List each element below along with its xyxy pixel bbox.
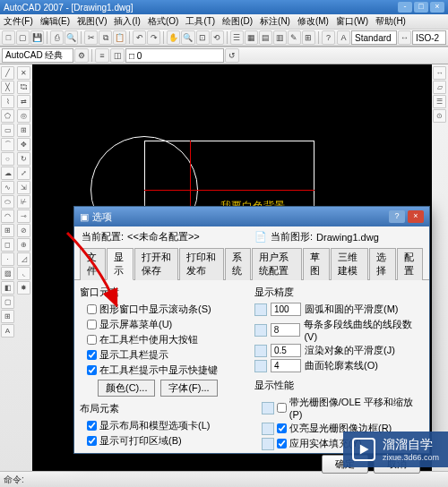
tab-open-save[interactable]: 打开和保存 (134, 248, 178, 280)
dialog-help-button[interactable]: ? (389, 210, 405, 223)
layer-prev-icon[interactable]: ↺ (225, 48, 239, 63)
menu-file[interactable]: 文件(F) (4, 15, 33, 28)
pline-segs-input[interactable]: 8 (271, 323, 301, 337)
chk-shortcuts-in-tips[interactable] (87, 365, 97, 375)
rotate-icon[interactable]: ↻ (17, 152, 30, 166)
fonts-button[interactable]: 字体(F)... (160, 380, 217, 397)
chk-printable-area[interactable] (87, 436, 97, 446)
menu-modify[interactable]: 修改(M) (297, 15, 329, 28)
menu-window[interactable]: 窗口(W) (336, 15, 368, 28)
chk-screenmenu[interactable] (87, 320, 97, 329)
colors-button[interactable]: 颜色(C)... (98, 380, 155, 397)
dialog-close-button[interactable]: × (408, 210, 424, 223)
list-icon[interactable]: ☰ (433, 95, 446, 108)
move-icon[interactable]: ✥ (17, 138, 30, 151)
tab-user-pref[interactable]: 用户系统配置 (252, 248, 302, 280)
arc-icon[interactable]: ⌒ (1, 138, 14, 151)
menu-insert[interactable]: 插入(I) (114, 15, 140, 28)
chamfer-icon[interactable]: ◿ (17, 252, 30, 266)
erase-icon[interactable]: ✕ (17, 66, 30, 80)
copy-icon[interactable]: ⧉ (99, 30, 112, 45)
spline-icon[interactable]: ∿ (1, 181, 14, 194)
menu-format[interactable]: 格式(O) (148, 15, 178, 28)
layer-props-icon[interactable]: ≡ (95, 48, 109, 63)
explode-icon[interactable]: ✸ (17, 281, 30, 295)
circle-icon[interactable]: ○ (1, 152, 14, 166)
menu-dim[interactable]: 标注(N) (260, 15, 290, 28)
menu-tools[interactable]: 工具(T) (185, 15, 215, 28)
preview-icon[interactable]: 🔍 (65, 30, 78, 45)
gear-icon[interactable]: ⚙ (74, 48, 89, 63)
menu-view[interactable]: 视图(V) (77, 15, 107, 28)
point-icon[interactable]: · (1, 252, 14, 266)
chk-raster-pan[interactable] (277, 403, 287, 413)
workspace-label[interactable]: AutoCAD 经典 (2, 48, 73, 63)
stretch-icon[interactable]: ⇲ (17, 181, 30, 194)
polygon-icon[interactable]: ⬠ (1, 109, 14, 123)
markup-icon[interactable]: ✎ (288, 30, 301, 45)
xline-icon[interactable]: ╳ (1, 81, 14, 94)
cut-icon[interactable]: ✂ (84, 30, 98, 45)
copy-obj-icon[interactable]: ⿻ (17, 81, 30, 94)
layer-states-icon[interactable]: ◫ (110, 48, 125, 63)
paste-icon[interactable]: 📋 (113, 30, 126, 45)
insert-icon[interactable]: ⊞ (1, 224, 14, 237)
menu-draw[interactable]: 绘图(D) (222, 15, 253, 28)
chk-raster-frame[interactable] (277, 423, 287, 433)
line-icon[interactable]: ╱ (1, 66, 14, 80)
minimize-button[interactable]: - (398, 2, 412, 13)
print-icon[interactable]: ⎙ (50, 30, 64, 45)
chk-tooltips[interactable] (87, 350, 97, 360)
pan-icon[interactable]: ✋ (167, 30, 180, 45)
ellipse-arc-icon[interactable]: ◠ (1, 209, 14, 223)
array-icon[interactable]: ⊞ (17, 124, 30, 137)
revcloud-icon[interactable]: ☁ (1, 167, 14, 180)
chk-solid-fill[interactable] (277, 439, 287, 449)
id-icon[interactable]: ⊙ (433, 109, 446, 123)
tab-draft[interactable]: 草图 (303, 248, 329, 280)
rect-icon[interactable]: ▭ (1, 124, 14, 137)
undo-icon[interactable]: ↶ (133, 30, 146, 45)
gradient-icon[interactable]: ◧ (1, 281, 14, 295)
chk-layout-tabs[interactable] (87, 421, 97, 431)
mirror-icon[interactable]: ⇄ (17, 95, 30, 108)
dist-icon[interactable]: ↔ (433, 66, 446, 80)
zoom-icon[interactable]: 🔍 (181, 30, 194, 45)
table-icon[interactable]: ⊞ (1, 310, 14, 323)
sheet-set-icon[interactable]: ▥ (273, 30, 287, 45)
tab-select[interactable]: 选择 (369, 248, 395, 280)
redo-icon[interactable]: ↷ (147, 30, 160, 45)
area-icon[interactable]: ▱ (433, 81, 446, 94)
zoom-window-icon[interactable]: ⊡ (196, 30, 210, 45)
zoom-prev-icon[interactable]: ⟲ (211, 30, 224, 45)
tab-3d[interactable]: 三维建模 (331, 248, 369, 280)
properties-icon[interactable]: ☰ (230, 30, 244, 45)
contour-lines-input[interactable]: 4 (271, 359, 301, 372)
tab-profiles[interactable]: 配置 (397, 248, 423, 280)
dim-style-select[interactable]: ISO-2 (412, 30, 446, 45)
chk-scrollbars[interactable] (87, 304, 97, 314)
calc-icon[interactable]: ⊞ (302, 30, 315, 45)
text-style-select[interactable]: Standard (351, 30, 397, 45)
scale-icon[interactable]: ⤢ (17, 167, 30, 180)
trim-icon[interactable]: ⊬ (17, 195, 30, 209)
save-icon[interactable]: 💾 (30, 30, 44, 45)
join-icon[interactable]: ⊕ (17, 238, 30, 252)
ellipse-icon[interactable]: ⬭ (1, 195, 14, 209)
hatch-icon[interactable]: ▨ (1, 267, 14, 280)
chk-large-buttons[interactable] (87, 335, 97, 345)
tool-palettes-icon[interactable]: ▤ (259, 30, 272, 45)
new-icon[interactable]: □ (2, 30, 15, 45)
tab-file[interactable]: 文件 (80, 248, 106, 280)
region-icon[interactable]: ▢ (1, 295, 14, 309)
offset-icon[interactable]: ◎ (17, 109, 30, 123)
extend-icon[interactable]: ⊸ (17, 209, 30, 223)
help-icon[interactable]: ? (322, 30, 335, 45)
break-icon[interactable]: ⊘ (17, 224, 30, 237)
tab-system[interactable]: 系统 (225, 248, 251, 280)
dim-style-icon[interactable]: ↔ (398, 30, 411, 45)
mtext-icon[interactable]: A (1, 324, 14, 337)
tab-plot[interactable]: 打印和发布 (179, 248, 223, 280)
fillet-icon[interactable]: ◟ (17, 267, 30, 280)
pline-icon[interactable]: ⌇ (1, 95, 14, 108)
